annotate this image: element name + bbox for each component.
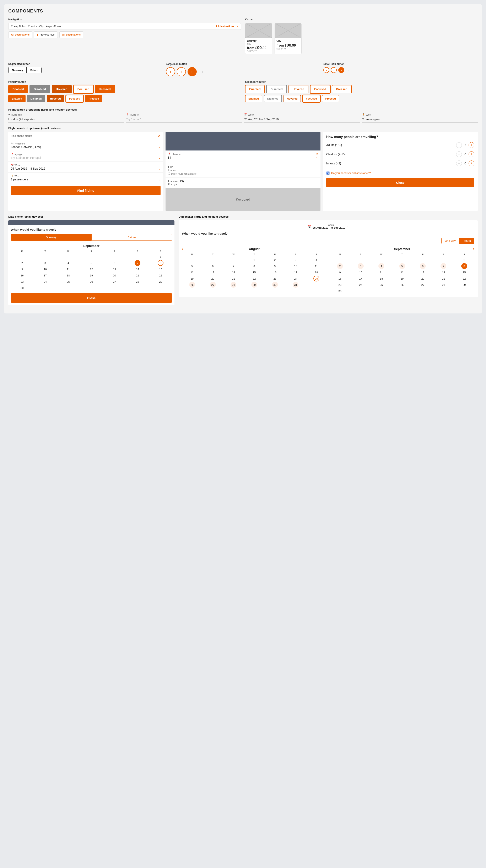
cal-day-26[interactable]: 26	[89, 279, 94, 284]
small-icon-btn-enabled[interactable]: ›	[323, 67, 329, 73]
cal-day-4[interactable]: 4	[65, 260, 71, 266]
dp-small-seg[interactable]: One-way Return	[11, 234, 172, 241]
return-btn[interactable]: Return	[27, 67, 41, 73]
close-x-icon[interactable]: ✕	[158, 134, 161, 138]
aug-day-4[interactable]: 4	[314, 257, 319, 263]
primary-sm-focused-btn[interactable]: Focused	[66, 95, 84, 102]
passengers-close-btn[interactable]: Close	[326, 178, 474, 187]
small-who-value[interactable]: 2 passengers ⌄	[11, 178, 161, 181]
sep-day-3[interactable]: 3	[358, 263, 364, 269]
sep-day-20[interactable]: 20	[420, 276, 426, 281]
primary-sm-pressed-btn[interactable]: Pressed	[85, 95, 102, 102]
flying-to-input[interactable]	[168, 156, 315, 160]
secondary-sm-hovered-btn[interactable]: Hovered	[284, 95, 301, 102]
children-plus-btn[interactable]: +	[468, 151, 474, 157]
primary-hovered-btn[interactable]: Hovered	[52, 85, 72, 93]
sep-day-23[interactable]: 23	[337, 282, 343, 288]
flying-to-large[interactable]: 📍 Flying to Try 'Lisbon' ⌄	[126, 113, 242, 122]
cal-day-16[interactable]: 16	[19, 273, 25, 278]
nav-prev-level-btn[interactable]: ❮ Previous level	[34, 31, 58, 38]
aug-day-29[interactable]: 29	[251, 282, 257, 288]
sep-day-12[interactable]: 12	[399, 269, 405, 275]
cal-day-17[interactable]: 17	[42, 273, 48, 278]
aug-day-14[interactable]: 14	[230, 269, 236, 275]
aug-day-9[interactable]: 9	[272, 263, 278, 269]
cal-day-20[interactable]: 20	[111, 273, 117, 278]
dp-large-return-btn[interactable]: Return	[459, 238, 474, 244]
small-flying-from-value[interactable]: London Gatwick (LGW) ⌄	[11, 145, 161, 149]
cal-day-3[interactable]: 3	[42, 260, 48, 266]
small-icon-btn-hovered[interactable]: ›	[331, 67, 337, 73]
aug-day-2[interactable]: 2	[272, 257, 278, 263]
aug-day-7[interactable]: 7	[230, 263, 236, 269]
cal-day-22[interactable]: 22	[158, 273, 163, 278]
breadcrumb-all-destinations[interactable]: All destinations	[216, 25, 234, 28]
cal-day-13[interactable]: 13	[111, 266, 117, 272]
special-assist-row[interactable]: ♿ Do you need special assistance?	[326, 169, 474, 175]
sep-day-29[interactable]: 29	[461, 282, 467, 288]
prev-month-arrow[interactable]: ‹	[182, 247, 183, 251]
cal-day-9[interactable]: 9	[19, 266, 25, 272]
aug-day-13[interactable]: 13	[210, 269, 216, 275]
nav-all-destinations-btn[interactable]: All destinations	[8, 31, 32, 38]
cal-day-7-selected[interactable]: 7	[135, 260, 140, 266]
breadcrumb-item-airport[interactable]: Airport/Route	[46, 25, 61, 28]
cal-day-5[interactable]: 5	[89, 260, 94, 266]
aug-day-24[interactable]: 24	[293, 276, 298, 281]
large-icon-btn-focused[interactable]: ›	[188, 67, 197, 76]
small-flying-from-field[interactable]: ✈ Flying from London Gatwick (LGW) ⌄	[8, 140, 163, 151]
aug-day-12[interactable]: 12	[189, 269, 195, 275]
cal-day-28[interactable]: 28	[135, 279, 140, 284]
cal-day-29[interactable]: 29	[158, 279, 163, 284]
card-country[interactable]: Country City from £00.99 Ddd YYYY	[245, 23, 272, 54]
flying-from-large[interactable]: ✈ Flying from London (All airports) ⌄	[8, 113, 124, 122]
large-icon-btn-enabled[interactable]: ›	[166, 67, 175, 76]
sep-day-22[interactable]: 22	[461, 276, 467, 281]
sep-day-4[interactable]: 4	[379, 263, 384, 269]
oneway-btn[interactable]: One-way	[8, 67, 27, 73]
adults-plus-btn[interactable]: +	[468, 142, 474, 148]
aug-day-28[interactable]: 28	[230, 282, 236, 288]
cal-day-12[interactable]: 12	[89, 266, 94, 272]
sep-day-21[interactable]: 21	[441, 276, 446, 281]
cal-day-11[interactable]: 11	[65, 266, 71, 272]
aug-day-16[interactable]: 16	[272, 269, 278, 275]
aug-day-23[interactable]: 23	[272, 276, 278, 281]
sep-day-25[interactable]: 25	[379, 282, 384, 288]
secondary-sm-focused-btn[interactable]: Focused	[302, 95, 320, 102]
breadcrumb-item-city[interactable]: City	[39, 25, 44, 28]
sep-day-6[interactable]: 6	[420, 263, 426, 269]
secondary-sm-pressed-btn[interactable]: Pressed	[322, 95, 339, 102]
small-when-field[interactable]: 📅 When 25 Aug 2019 – 8 Sep 2019 ⌄	[8, 162, 163, 173]
sep-day-9[interactable]: 9	[337, 269, 343, 275]
cal-day-30[interactable]: 30	[19, 285, 25, 291]
primary-pressed-btn[interactable]: Pressed	[95, 85, 115, 93]
sep-day-26[interactable]: 26	[399, 282, 405, 288]
dp-large-seg[interactable]: One-way Return	[182, 238, 474, 244]
cal-day-18[interactable]: 18	[65, 273, 71, 278]
cal-day-27[interactable]: 27	[111, 279, 117, 284]
primary-sm-hovered-btn[interactable]: Hovered	[47, 95, 64, 102]
dp-oneway-btn[interactable]: One-way	[11, 234, 91, 241]
secondary-enabled-btn[interactable]: Enabled	[245, 85, 265, 93]
aug-day-1[interactable]: 1	[251, 257, 257, 263]
cal-day-15[interactable]: 15	[158, 266, 163, 272]
flying-to-input-row[interactable]: ⌃	[168, 156, 318, 161]
cal-day-25[interactable]: 25	[65, 279, 71, 284]
small-when-value[interactable]: 25 Aug 2019 – 8 Sep 2019 ⌄	[11, 167, 161, 170]
aug-day-30[interactable]: 30	[272, 282, 278, 288]
infants-plus-btn[interactable]: +	[468, 160, 474, 166]
dp-return-btn[interactable]: Return	[91, 234, 172, 241]
dp-large-when-value[interactable]: 25 Aug 2019 – 8 Sep 2019 ⌃	[313, 226, 349, 229]
cal-day-19[interactable]: 19	[89, 273, 94, 278]
aug-day-6[interactable]: 6	[210, 263, 216, 269]
sep-day-17[interactable]: 17	[358, 276, 364, 281]
sep-day-11[interactable]: 11	[379, 269, 384, 275]
infants-minus-btn[interactable]: −	[456, 160, 462, 166]
aug-day-8[interactable]: 8	[251, 263, 257, 269]
small-flying-to-value[interactable]: Try 'Lisbon' or 'Portugal' ⌄	[11, 156, 161, 159]
aug-day-10[interactable]: 10	[293, 263, 298, 269]
sep-day-27[interactable]: 27	[420, 282, 426, 288]
large-icon-btn-hovered[interactable]: ›	[177, 67, 186, 76]
who-value-large[interactable]: 2 passengers ⌄	[362, 116, 478, 122]
